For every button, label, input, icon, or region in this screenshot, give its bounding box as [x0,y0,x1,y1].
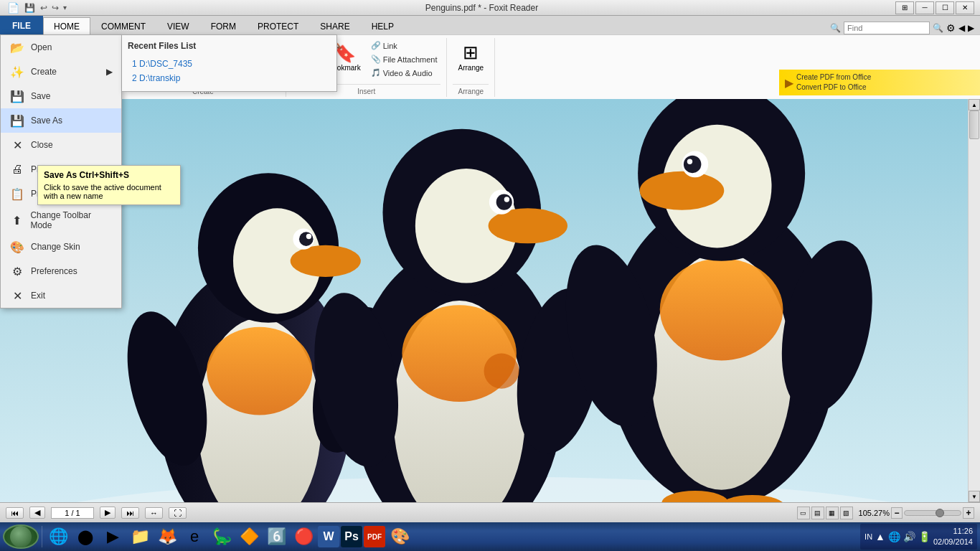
notif-line2: Convert PDF to Office [796,83,871,93]
notif-text: Create PDF from Office Convert PDF to Of… [796,72,871,93]
fit-page-btn[interactable]: ⛶ [169,507,187,519]
tab-help[interactable]: HELP [361,17,405,34]
menu-open[interactable]: 📂 Open [1,35,121,60]
taskbar-app3[interactable]: 6️⃣ [263,524,289,550]
arrange-btn[interactable]: ⊞ Arrange [453,39,489,74]
search-btn[interactable]: 🔍 [933,23,943,33]
maximize-btn[interactable]: ☐ [936,1,954,14]
video-audio-btn[interactable]: 🎵 Video & Audio [367,67,441,79]
menu-save-as[interactable]: 💾 Save As [1,108,121,133]
taskbar-ie[interactable]: 🌐 [45,524,71,550]
video-audio-icon: 🎵 [371,68,381,77]
menu-change-toolbar[interactable]: ⬆ Change Toolbar Mode [1,206,121,235]
taskbar-ie2[interactable]: e [182,524,207,550]
recent-files-title: Recent Files List [128,41,331,51]
right-scrollbar[interactable]: ▲ ▼ [968,99,980,502]
tab-view[interactable]: VIEW [156,17,200,34]
menu-open-label: Open [31,42,52,52]
menu-close[interactable]: ✕ Close [1,133,121,157]
single-page-btn[interactable]: ▭ [797,507,810,519]
tooltip-title: Save As Ctrl+Shift+S [44,170,174,180]
taskbar-chrome[interactable]: ⬤ [72,524,98,550]
video-audio-label: Video & Audio [383,69,433,77]
first-page-btn[interactable]: ⏮ [6,507,24,519]
tab-home[interactable]: HOME [43,17,90,34]
scroll-thumb[interactable] [969,110,979,139]
scroll-up-arrow[interactable]: ▲ [969,99,980,110]
menu-save[interactable]: 💾 Save [1,84,121,108]
menu-exit[interactable]: ✕ Exit [1,283,121,308]
zoom-slider[interactable] [904,510,961,516]
link-btn[interactable]: 🔗 Link [367,39,441,52]
penguins-svg [0,99,968,502]
tab-share[interactable]: SHARE [309,17,360,34]
menu-create[interactable]: ✨ Create ▶ [1,60,121,84]
zoom-percent-label: 105.27% [859,509,890,517]
next-page-btn[interactable]: ▶ [100,507,116,519]
arrange-icon: ⊞ [463,42,479,64]
prev-page-btn[interactable]: ◀ [29,507,45,519]
file-attachment-btn[interactable]: 📎 File Attachment [367,53,441,65]
tooltip-save-as: Save As Ctrl+Shift+S Click to save the a… [37,165,181,205]
pdf-viewer[interactable] [0,99,968,502]
continuous-btn[interactable]: ▤ [811,507,824,519]
taskbar-app1[interactable]: 🦕 [209,524,235,550]
tray-network-icon[interactable]: 🌐 [888,531,900,542]
tray-battery-icon[interactable]: 🔋 [918,531,930,542]
settings-icon[interactable]: ⚙ [946,22,956,34]
recent-file-2[interactable]: 2 D:\transkip [128,71,331,85]
tab-protect[interactable]: PROTECT [247,17,309,34]
taskbar-app4[interactable]: 🔴 [291,524,316,550]
menu-preferences[interactable]: ⚙ Preferences [1,259,121,283]
taskbar-word[interactable]: W [318,526,339,547]
undo-btn[interactable]: ↩ [39,3,49,13]
restore-btn[interactable]: ⊞ [895,1,914,14]
redo-btn[interactable]: ↪ [50,3,60,13]
tab-comment[interactable]: COMMENT [90,17,156,34]
scroll-down-arrow[interactable]: ▼ [969,491,980,502]
ribbon-tabs: FILE HOME COMMENT VIEW FORM PROTECT SHAR… [0,16,980,34]
taskbar-explorer[interactable]: 📁 [127,524,153,550]
minimize-btn[interactable]: ─ [915,1,934,14]
notification-bar[interactable]: ▶ Create PDF from Office Convert PDF to … [779,70,980,95]
tray-volume-icon[interactable]: 🔊 [903,531,915,542]
taskbar-paint[interactable]: 🎨 [387,524,413,550]
taskbar-media[interactable]: ▶ [100,524,126,550]
start-button[interactable] [3,524,39,549]
tab-file[interactable]: FILE [0,16,43,34]
taskbar-app2[interactable]: 🔶 [236,524,262,550]
svg-point-10 [299,232,314,246]
close-btn[interactable]: ✕ [956,1,974,14]
tray-clock[interactable]: 11:26 02/09/2014 [933,526,973,548]
svg-point-24 [504,197,509,202]
taskbar-photoshop[interactable]: Ps [341,526,362,547]
zoom-control: 105.27% − + [859,507,974,519]
recent-file-1[interactable]: 1 D:\DSC_7435 [128,57,331,71]
svg-point-5 [207,327,312,415]
page-input[interactable] [51,507,94,519]
start-orb [10,526,32,547]
last-page-btn[interactable]: ⏭ [121,507,139,519]
quick-access-save[interactable]: 💾 [22,3,37,13]
two-page-btn[interactable]: ▦ [826,507,839,519]
taskbar-firefox[interactable]: 🦊 [154,524,180,550]
fit-width-btn[interactable]: ↔ [145,507,163,519]
nav-forward[interactable]: ▶ [968,23,974,33]
scroll-track[interactable] [969,110,980,491]
link-icon: 🔗 [371,41,381,50]
zoom-slider-thumb[interactable] [936,509,944,517]
main-area: ▲ ▼ [0,99,980,502]
tab-form[interactable]: FORM [200,17,247,34]
zoom-minus-btn[interactable]: − [891,507,903,519]
save-as-icon: 💾 [9,113,25,128]
taskbar-pdf[interactable]: PDF [364,526,385,547]
taskbar-separator [42,526,42,547]
menu-change-skin[interactable]: 🎨 Change Skin [1,235,121,259]
tray-arrow-icon[interactable]: ▲ [875,531,885,542]
nav-back[interactable]: ◀ [958,23,965,33]
search-input[interactable] [844,22,930,34]
tray-input-icon: IN [864,532,872,541]
customize-btn[interactable]: ▾ [62,4,68,11]
zoom-plus-btn[interactable]: + [963,507,974,519]
two-continuous-btn[interactable]: ▧ [840,507,853,519]
